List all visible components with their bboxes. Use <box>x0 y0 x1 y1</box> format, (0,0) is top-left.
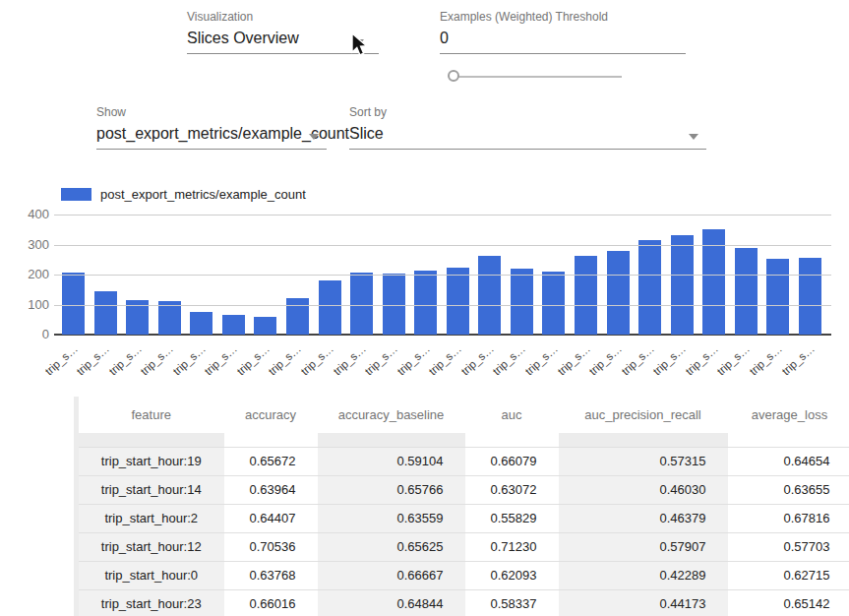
feature-cell: trip_start_hour:0 <box>77 561 224 589</box>
bar-16[interactable] <box>575 256 597 335</box>
metric-cell: 0.63072 <box>465 475 559 504</box>
threshold-value[interactable]: 0 <box>440 30 686 54</box>
column-filter-input[interactable] <box>224 433 318 447</box>
slider-track[interactable] <box>455 76 622 78</box>
table-body: trip_start_hour:190.656720.591040.660790… <box>77 447 849 616</box>
feature-cell: trip_start_hour:14 <box>77 475 224 504</box>
visualization-label: Visualization <box>187 10 379 24</box>
metric-cell: 0.65142 <box>728 589 849 616</box>
legend-label: post_export_metrics/example_count <box>100 187 306 202</box>
metric-cell: 0.64407 <box>224 504 318 532</box>
metric-cell: 0.42289 <box>559 561 728 589</box>
column-filter-input[interactable] <box>559 433 728 447</box>
column-header-accuracy[interactable]: accuracy <box>224 397 318 433</box>
bar-5[interactable] <box>222 315 245 335</box>
table-row: trip_start_hour:00.637680.666670.620930.… <box>77 561 849 589</box>
threshold-input[interactable]: Examples (Weighted) Threshold 0 <box>440 10 686 54</box>
show-label: Show <box>96 105 327 119</box>
metric-cell: 0.64654 <box>728 447 849 475</box>
bar-23[interactable] <box>799 258 821 335</box>
bar-3[interactable] <box>158 301 181 335</box>
table-filter-row <box>77 433 849 447</box>
metric-cell: 0.71230 <box>465 532 559 561</box>
bar-17[interactable] <box>607 251 630 335</box>
legend-swatch <box>61 188 91 201</box>
bar-7[interactable] <box>286 298 309 335</box>
metric-cell: 0.67816 <box>728 504 849 532</box>
table-row: trip_start_hour:120.705360.656250.712300… <box>77 532 849 561</box>
table-row: trip_start_hour:230.660160.648440.583370… <box>77 589 849 616</box>
y-tick-label: 0 <box>16 327 49 341</box>
metric-cell: 0.58337 <box>465 589 559 616</box>
column-header-auc_precision_recall[interactable]: auc_precision_recall <box>559 397 728 433</box>
bar-1[interactable] <box>94 291 117 335</box>
threshold-label: Examples (Weighted) Threshold <box>440 10 686 24</box>
gridline-300 <box>54 245 831 246</box>
chart-legend: post_export_metrics/example_count <box>61 187 306 202</box>
threshold-slider[interactable] <box>440 67 637 87</box>
show-value[interactable]: post_export_metrics/example_count <box>96 125 327 150</box>
metric-cell: 0.59104 <box>318 447 465 475</box>
bar-22[interactable] <box>766 259 789 335</box>
y-tick-label: 400 <box>16 207 49 221</box>
column-filter-input[interactable] <box>728 433 849 447</box>
column-filter-input[interactable] <box>77 433 224 447</box>
bar-18[interactable] <box>638 240 661 335</box>
table-row: trip_start_hour:20.644070.635590.558290.… <box>77 504 849 532</box>
column-header-feature[interactable]: feature <box>77 397 224 433</box>
chevron-down-icon[interactable] <box>309 134 319 140</box>
bar-21[interactable] <box>735 248 758 335</box>
table-row: trip_start_hour:140.639640.657660.630720… <box>77 475 849 504</box>
y-tick-label: 300 <box>16 237 49 252</box>
column-filter-input[interactable] <box>465 433 559 447</box>
sort-by-value[interactable]: Slice <box>349 125 706 150</box>
metric-cell: 0.66079 <box>465 447 559 475</box>
metric-cell: 0.46030 <box>559 475 728 504</box>
show-metric-select[interactable]: Show post_export_metrics/example_count <box>96 105 327 150</box>
metrics-table: featureaccuracyaccuracy_baselineaucauc_p… <box>74 397 849 616</box>
bar-4[interactable] <box>190 312 212 335</box>
bar-9[interactable] <box>350 273 373 335</box>
table-header-row: featureaccuracyaccuracy_baselineaucauc_p… <box>77 397 849 433</box>
metric-cell: 0.66667 <box>318 561 465 589</box>
column-header-average_loss[interactable]: average_loss <box>728 397 849 433</box>
gridline-100 <box>54 305 831 306</box>
slices-overview-panel: Visualization Slices Overview Examples (… <box>0 0 849 616</box>
metric-cell: 0.63559 <box>318 504 465 532</box>
bar-11[interactable] <box>414 271 437 335</box>
mouse-cursor-icon <box>350 32 371 62</box>
slider-thumb[interactable] <box>448 70 459 82</box>
feature-cell: trip_start_hour:23 <box>77 589 224 616</box>
table-row: trip_start_hour:190.656720.591040.660790… <box>77 447 849 475</box>
bar-13[interactable] <box>478 256 501 335</box>
x-tick-label: trip_s… <box>20 342 79 398</box>
feature-cell: trip_start_hour:2 <box>77 504 224 532</box>
metric-cell: 0.63655 <box>728 475 849 504</box>
metric-cell: 0.63964 <box>224 475 318 504</box>
metric-cell: 0.66016 <box>224 589 318 616</box>
column-header-accuracy_baseline[interactable]: accuracy_baseline <box>318 397 465 433</box>
gridline-200 <box>54 275 831 276</box>
sort-by-select[interactable]: Sort by Slice <box>349 105 706 150</box>
bar-6[interactable] <box>254 317 276 335</box>
sort-by-label: Sort by <box>349 105 706 119</box>
y-tick-label: 100 <box>16 297 49 312</box>
bar-12[interactable] <box>447 268 469 335</box>
bar-14[interactable] <box>511 269 533 335</box>
bar-15[interactable] <box>542 272 565 335</box>
bar-19[interactable] <box>671 235 694 335</box>
metric-cell: 0.64844 <box>318 589 465 616</box>
metric-cell: 0.57907 <box>559 532 728 561</box>
chevron-down-icon[interactable] <box>689 134 698 140</box>
feature-cell: trip_start_hour:12 <box>77 532 224 561</box>
column-filter-input[interactable] <box>318 433 465 447</box>
column-header-auc[interactable]: auc <box>465 397 559 433</box>
metric-cell: 0.62715 <box>728 561 849 589</box>
bar-8[interactable] <box>319 280 341 335</box>
metric-cell: 0.65766 <box>318 475 465 504</box>
metric-cell: 0.57703 <box>728 532 849 561</box>
bar-0[interactable] <box>62 273 85 335</box>
metric-cell: 0.57315 <box>559 447 728 475</box>
metric-cell: 0.70536 <box>224 532 318 561</box>
x-axis-labels: trip_s…trip_s…trip_s…trip_s…trip_s…trip_… <box>54 339 831 382</box>
